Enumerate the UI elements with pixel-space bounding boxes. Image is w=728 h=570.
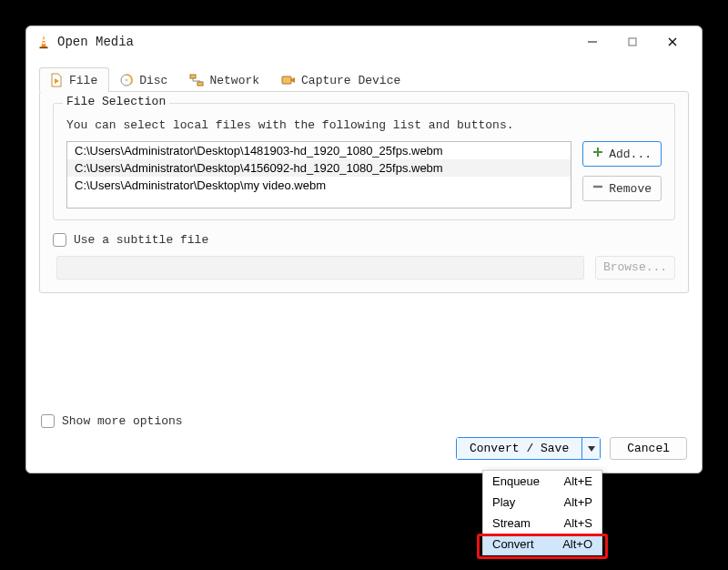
- maximize-button[interactable]: [612, 29, 652, 55]
- add-button[interactable]: Add...: [582, 141, 662, 167]
- vlc-cone-icon: [35, 34, 52, 50]
- file-selection-fieldset: File Selection You can select local file…: [53, 103, 675, 220]
- list-item[interactable]: C:\Users\Administrator\Desktop\4156092-h…: [67, 159, 571, 177]
- menu-item-stream[interactable]: StreamAlt+S: [483, 513, 602, 534]
- tab-label: Capture Device: [301, 74, 400, 87]
- tab-file[interactable]: File: [39, 67, 109, 92]
- titlebar: Open Media: [26, 26, 702, 57]
- convert-save-menu: EnqueueAlt+E PlayAlt+P StreamAlt+S Conve…: [482, 470, 602, 555]
- tab-label: File: [69, 74, 97, 87]
- svg-rect-7: [190, 75, 196, 78]
- open-media-dialog: Open Media File Disc Network Capture Dev…: [25, 25, 703, 473]
- use-subtitle-label: Use a subtitle file: [74, 233, 208, 247]
- show-more-checkbox[interactable]: [41, 414, 55, 428]
- disc-icon: [119, 73, 134, 87]
- show-more-label: Show more options: [62, 414, 183, 428]
- menu-item-enqueue[interactable]: EnqueueAlt+E: [483, 471, 602, 492]
- help-text: You can select local files with the foll…: [66, 118, 662, 132]
- minimize-button[interactable]: [572, 29, 612, 55]
- menu-item-convert[interactable]: ConvertAlt+O: [483, 534, 602, 555]
- tab-label: Disc: [139, 74, 167, 87]
- plus-icon: [592, 147, 603, 161]
- tab-network[interactable]: Network: [179, 67, 271, 92]
- list-item[interactable]: C:\Users\Administrator\Desktop\my video.…: [67, 177, 571, 194]
- convert-save-button[interactable]: Convert / Save: [456, 437, 601, 460]
- menu-item-play[interactable]: PlayAlt+P: [483, 492, 602, 513]
- media-tabs: File Disc Network Capture Device: [26, 63, 702, 92]
- remove-button[interactable]: Remove: [582, 176, 662, 201]
- svg-rect-8: [197, 82, 203, 86]
- tab-label: Network: [209, 74, 259, 87]
- tab-capture[interactable]: Capture Device: [271, 67, 412, 92]
- close-button[interactable]: [652, 29, 693, 55]
- window-title: Open Media: [57, 35, 572, 49]
- browse-button: Browse...: [595, 256, 675, 280]
- file-list[interactable]: C:\Users\Administrator\Desktop\1481903-h…: [66, 141, 571, 209]
- svg-rect-0: [40, 46, 48, 48]
- file-panel: File Selection You can select local file…: [39, 91, 689, 293]
- list-item[interactable]: C:\Users\Administrator\Desktop\1481903-h…: [67, 142, 571, 159]
- minus-icon: [592, 181, 603, 196]
- dropdown-arrow[interactable]: [581, 438, 600, 459]
- fieldset-legend: File Selection: [63, 95, 169, 108]
- network-icon: [189, 73, 204, 87]
- svg-rect-9: [282, 76, 291, 84]
- capture-icon: [281, 73, 296, 87]
- use-subtitle-checkbox[interactable]: [53, 233, 66, 247]
- svg-point-6: [126, 78, 128, 81]
- button-label: Remove: [609, 182, 652, 196]
- tab-disc[interactable]: Disc: [109, 67, 179, 92]
- file-icon: [49, 73, 64, 87]
- cancel-button[interactable]: Cancel: [610, 437, 687, 460]
- button-label: Add...: [609, 148, 652, 161]
- button-label: Convert / Save: [457, 438, 581, 459]
- svg-rect-2: [629, 38, 636, 46]
- subtitle-path-input: [56, 256, 584, 280]
